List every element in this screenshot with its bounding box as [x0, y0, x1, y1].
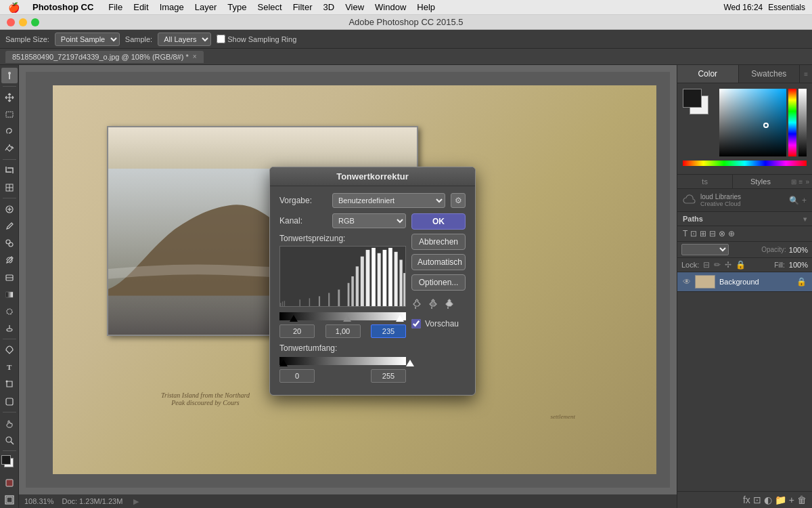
- layer-item-background[interactable]: 👁 Background 🔒: [677, 272, 812, 291]
- tool-healing[interactable]: [1, 201, 18, 217]
- tool-clone[interactable]: [1, 235, 18, 251]
- close-button[interactable]: [7, 18, 15, 26]
- input-slider[interactable]: [279, 311, 406, 322]
- output-white-value[interactable]: 255: [371, 369, 406, 383]
- list-view-icon[interactable]: ≡: [799, 178, 803, 186]
- opacity-value[interactable]: 100%: [789, 246, 808, 254]
- app-name[interactable]: Photoshop CC: [27, 2, 99, 12]
- eyedropper-white-btn[interactable]: [444, 299, 455, 312]
- add-mask-button[interactable]: ⊡: [753, 494, 761, 505]
- sample-select[interactable]: All Layers: [158, 33, 211, 46]
- cloud-add-icon[interactable]: +: [802, 196, 807, 205]
- tool-lasso[interactable]: [1, 123, 18, 139]
- tab-styles[interactable]: Styles: [733, 175, 788, 188]
- grid-view-icon[interactable]: ⊞: [791, 178, 796, 186]
- tool-history-brush[interactable]: [1, 253, 18, 268]
- tool-text[interactable]: T: [1, 360, 18, 375]
- tool-hand[interactable]: [1, 415, 18, 431]
- minimize-button[interactable]: [19, 18, 27, 26]
- menu-filter[interactable]: Filter: [288, 0, 318, 15]
- tool-zoom[interactable]: [1, 432, 18, 448]
- input-white-handle[interactable]: [396, 315, 404, 322]
- menu-edit[interactable]: Edit: [128, 0, 154, 15]
- menu-layer[interactable]: Layer: [189, 0, 223, 15]
- input-black-handle[interactable]: [290, 315, 298, 322]
- hue-slider[interactable]: [788, 89, 796, 156]
- paths-icon-2[interactable]: ⊡: [690, 229, 697, 238]
- adjustment-layer-button[interactable]: ◐: [764, 494, 772, 505]
- menu-help[interactable]: Help: [411, 0, 441, 15]
- menu-file[interactable]: File: [103, 0, 128, 15]
- eyedropper-black-btn[interactable]: [411, 299, 422, 312]
- new-layer-button[interactable]: +: [789, 494, 794, 505]
- foreground-color[interactable]: [1, 455, 11, 465]
- tool-path-select[interactable]: [1, 377, 18, 392]
- menu-image[interactable]: Image: [154, 0, 189, 15]
- tool-move[interactable]: [1, 89, 18, 105]
- fx-button[interactable]: fx: [743, 494, 750, 505]
- paths-icon-3[interactable]: ⊞: [700, 229, 706, 238]
- tool-eraser[interactable]: [1, 270, 18, 285]
- kanal-select[interactable]: RGB: [332, 213, 406, 228]
- paths-icon-4[interactable]: ⊟: [709, 229, 716, 238]
- show-sampling-checkbox[interactable]: Show Sampling Ring: [217, 35, 296, 43]
- fg-color-swatch[interactable]: [683, 89, 702, 108]
- sample-size-select[interactable]: Point Sample: [55, 33, 120, 46]
- panel-options-icon[interactable]: ≡: [804, 70, 808, 78]
- color-gradient-picker[interactable]: [719, 89, 786, 156]
- navigate-button[interactable]: ▶: [133, 497, 139, 506]
- eyedropper-gray-btn[interactable]: [428, 299, 438, 312]
- menu-type[interactable]: Type: [222, 0, 252, 15]
- alpha-slider[interactable]: [798, 89, 807, 156]
- paths-icon-1[interactable]: T: [683, 229, 687, 238]
- panel-expand-icon[interactable]: »: [805, 178, 809, 186]
- tab-swatches[interactable]: Swatches: [739, 65, 800, 83]
- paths-section-header[interactable]: Paths ▾: [677, 212, 812, 226]
- tool-quick-mask[interactable]: [1, 475, 18, 491]
- tool-magic-wand[interactable]: [1, 141, 18, 156]
- tool-brush[interactable]: [1, 218, 18, 234]
- tool-crop[interactable]: [1, 163, 18, 178]
- color-spectrum-bar[interactable]: [683, 161, 807, 166]
- menu-view[interactable]: View: [340, 0, 369, 15]
- lock-pixels-icon[interactable]: ✏: [714, 260, 721, 270]
- fill-value[interactable]: 100%: [789, 261, 808, 269]
- paths-icon-6[interactable]: ⊕: [728, 229, 735, 238]
- ok-button[interactable]: OK: [411, 213, 466, 230]
- blend-mode-select[interactable]: Normal: [681, 244, 729, 255]
- menu-window[interactable]: Window: [369, 0, 411, 15]
- tool-gradient[interactable]: [1, 287, 18, 302]
- output-black-handle[interactable]: [279, 360, 288, 366]
- tool-slice[interactable]: [1, 179, 18, 195]
- foreground-background-colors[interactable]: [1, 455, 18, 471]
- input-white-value[interactable]: 235: [371, 324, 406, 338]
- paths-icon-5[interactable]: ⊗: [719, 229, 725, 238]
- document-tab[interactable]: 8518580490_72197d4339_o.jpg @ 108% (RGB/…: [5, 51, 204, 63]
- output-black-value[interactable]: 0: [279, 369, 315, 383]
- tool-dodge[interactable]: [1, 320, 18, 336]
- tool-eyedropper[interactable]: [1, 68, 18, 83]
- layer-group-button[interactable]: 📁: [775, 494, 786, 505]
- auto-button[interactable]: Automatisch: [411, 254, 466, 270]
- options-button[interactable]: Optionen...: [411, 274, 466, 291]
- tab-color[interactable]: Color: [677, 65, 739, 83]
- menu-select[interactable]: Select: [252, 0, 287, 15]
- maximize-button[interactable]: [31, 18, 39, 26]
- tool-blur[interactable]: [1, 303, 18, 319]
- menu-3d[interactable]: 3D: [318, 0, 340, 15]
- preview-checkbox[interactable]: [411, 319, 421, 329]
- apple-menu[interactable]: 🍎: [0, 2, 27, 13]
- output-slider[interactable]: [279, 356, 406, 366]
- tool-shape[interactable]: [1, 394, 18, 409]
- lock-position-icon[interactable]: ✢: [725, 260, 731, 270]
- cancel-button[interactable]: Abbrechen: [411, 234, 466, 250]
- tool-screen-mode[interactable]: [1, 492, 18, 508]
- tab-adjustments[interactable]: ts: [677, 175, 733, 188]
- input-mid-value[interactable]: 1,00: [325, 324, 361, 338]
- layer-visibility-icon[interactable]: 👁: [683, 277, 691, 287]
- lock-transparency-icon[interactable]: ⊟: [703, 260, 710, 270]
- color-picker-cursor[interactable]: [763, 123, 769, 128]
- tool-pen[interactable]: [1, 342, 18, 358]
- output-white-handle[interactable]: [406, 360, 414, 366]
- lock-all-icon[interactable]: 🔒: [736, 260, 746, 270]
